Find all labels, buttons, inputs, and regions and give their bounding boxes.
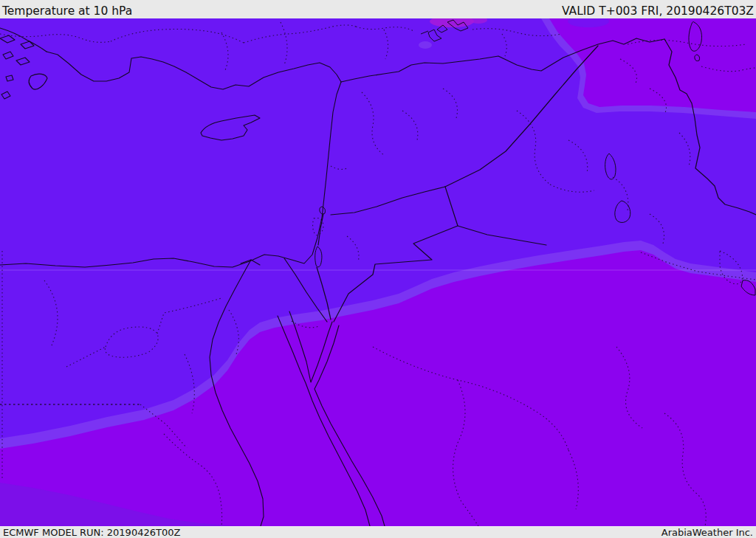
weather-map [0,18,756,526]
model-run-label: ECMWF MODEL RUN: 20190426T00Z [3,527,180,538]
temperature-map-svg [0,18,756,526]
temperature-field [0,18,756,526]
header-bar: Temperature at 10 hPa VALID T+003 FRI, 2… [0,0,756,18]
valid-time-label: VALID T+003 FRI, 20190426T03Z [562,5,754,18]
map-title: Temperature at 10 hPa [2,5,132,18]
weather-map-screen: Temperature at 10 hPa VALID T+003 FRI, 2… [0,0,756,538]
footer-bar: ECMWF MODEL RUN: 20190426T00Z ArabiaWeat… [0,526,756,538]
lavender-patch [419,41,432,49]
brand-label: ArabiaWeather Inc. [662,527,753,538]
